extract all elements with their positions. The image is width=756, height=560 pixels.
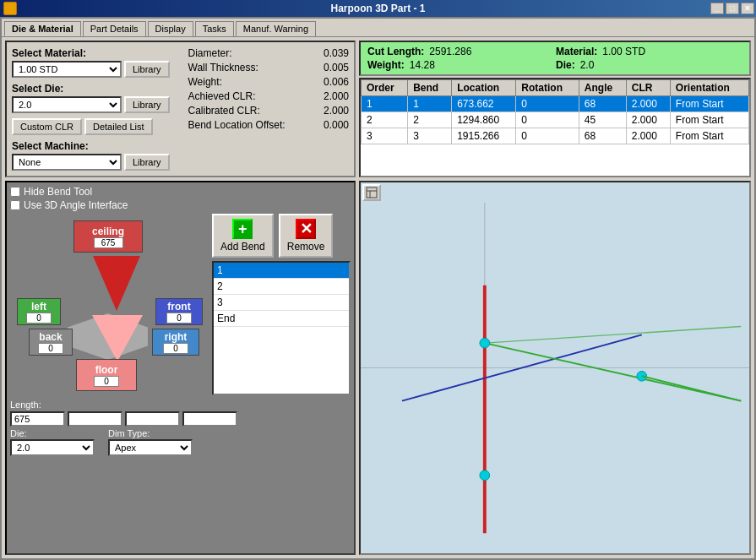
use-3d-angle-checkbox[interactable]	[10, 200, 20, 210]
bend-list-item[interactable]: 2	[214, 279, 349, 295]
add-bend-button[interactable]: + Add Bend	[212, 214, 274, 258]
right-direction: right	[152, 329, 199, 356]
die-info-value: 2.0	[580, 59, 595, 71]
left-input[interactable]	[26, 313, 52, 323]
bend-diagram: ceiling left	[10, 214, 209, 395]
close-button[interactable]: ✕	[741, 3, 754, 14]
die-label: Select Die:	[12, 83, 180, 95]
calibrated-clr-value: 2.000	[298, 105, 349, 117]
length-input-1[interactable]	[10, 411, 65, 427]
use-3d-angle-row: Use 3D Angle Interface	[10, 199, 351, 211]
right-panel: Cut Length: 2591.286 Material: 1.00 STD …	[359, 41, 751, 177]
custom-clr-button[interactable]: Custom CLR	[12, 118, 82, 135]
floor-direction: floor	[76, 359, 137, 391]
hide-bend-tool-row: Hide Bend Tool	[10, 186, 351, 198]
titlebar: Harpoon 3D Part - 1 _ □ ✕	[0, 0, 756, 17]
wall-thickness-label: Wall Thickness:	[188, 62, 258, 73]
floor-label: floor	[95, 364, 118, 376]
material-label: Select Material:	[12, 47, 180, 59]
weight-label: Weight:	[188, 76, 222, 88]
bend-list-item[interactable]: 1	[214, 263, 349, 279]
tab-die-material[interactable]: Die & Material	[4, 21, 81, 36]
bend-location-offset-label: Bend Location Offset:	[188, 119, 286, 131]
front-input[interactable]	[166, 313, 192, 323]
material-info-label: Material:	[556, 46, 597, 57]
tab-manuf-warning[interactable]: Manuf. Warning	[236, 21, 316, 36]
length-input-3[interactable]	[125, 411, 180, 427]
achieved-clr-label: Achieved CLR:	[188, 90, 256, 102]
bend-list[interactable]: 123End	[212, 261, 351, 395]
diameter-label: Diameter:	[188, 47, 232, 59]
die-field-label: Die:	[10, 428, 95, 438]
hide-bend-tool-label: Hide Bend Tool	[24, 186, 92, 198]
front-direction: front	[155, 298, 203, 325]
ceiling-label: ceiling	[92, 226, 124, 237]
table-row[interactable]: 221294.8600452.000From Start	[362, 112, 749, 128]
bend-location-offset-value: 0.000	[298, 119, 349, 131]
detailed-list-button[interactable]: Detailed List	[84, 118, 153, 135]
viewport-svg	[361, 182, 749, 553]
achieved-clr-value: 2.000	[298, 90, 349, 102]
control-panel: Hide Bend Tool Use 3D Angle Interface ce…	[5, 181, 356, 555]
die-field-select[interactable]: 2.0	[10, 439, 95, 456]
die-info-label: Die:	[556, 59, 575, 71]
pink-cone-icon	[92, 315, 143, 362]
title-text: Harpoon 3D Part - 1	[330, 3, 425, 14]
dim-type-select[interactable]: Apex	[108, 439, 193, 456]
col-rotation: Rotation	[516, 80, 579, 96]
machine-library-button[interactable]: Library	[124, 154, 170, 171]
material-select[interactable]: 1.00 STD	[12, 61, 122, 78]
col-angle: Angle	[579, 80, 626, 96]
die-dimtype-row: Die: 2.0 Dim Type: Apex	[10, 428, 351, 456]
add-icon: +	[232, 219, 253, 239]
col-location: Location	[452, 80, 516, 96]
die-select[interactable]: 2.0	[12, 96, 122, 113]
material-library-button[interactable]: Library	[124, 61, 170, 78]
bottom-section: Hide Bend Tool Use 3D Angle Interface ce…	[2, 177, 754, 558]
viewport	[359, 181, 751, 555]
col-bend: Bend	[408, 80, 452, 96]
svg-point-12	[480, 470, 490, 481]
left-label: left	[31, 301, 46, 313]
table-row[interactable]: 11673.6620682.000From Start	[362, 96, 749, 112]
use-3d-angle-label: Use 3D Angle Interface	[24, 199, 128, 211]
tab-display[interactable]: Display	[148, 21, 193, 36]
col-order: Order	[362, 80, 408, 96]
calibrated-clr-label: Calibrated CLR:	[188, 105, 260, 117]
diameter-value: 0.039	[298, 47, 349, 59]
window-controls[interactable]: _ □ ✕	[710, 3, 754, 14]
minimize-button[interactable]: _	[710, 3, 724, 14]
length-input-2[interactable]	[68, 411, 122, 427]
length-input-4[interactable]	[182, 411, 237, 427]
die-buttons-row: Custom CLR Detailed List	[12, 118, 180, 135]
svg-point-10	[480, 338, 490, 348]
length-fields-row	[10, 411, 351, 427]
left-direction: left	[17, 298, 61, 325]
right-input[interactable]	[163, 343, 188, 354]
tab-tasks[interactable]: Tasks	[195, 21, 234, 36]
tab-bar: Die & Material Part Details Display Task…	[2, 19, 754, 37]
die-row: 2.0 Library	[12, 96, 180, 113]
main-container: Die & Material Part Details Display Task…	[0, 17, 756, 560]
ceiling-direction: ceiling	[73, 220, 143, 253]
die-library-button[interactable]: Library	[124, 96, 170, 113]
length-label: Length:	[10, 400, 351, 410]
machine-select[interactable]: None	[12, 154, 122, 171]
viewport-view-button[interactable]	[362, 184, 381, 201]
view-icon	[366, 187, 378, 198]
cut-length-value: 2591.286	[429, 46, 471, 57]
floor-input[interactable]	[94, 376, 119, 387]
maximize-button[interactable]: □	[726, 3, 739, 14]
front-label: front	[167, 301, 190, 313]
material-info-value: 1.00 STD	[602, 46, 645, 57]
bend-list-item[interactable]: End	[214, 311, 349, 327]
hide-bend-tool-checkbox[interactable]	[10, 187, 20, 197]
tab-part-details[interactable]: Part Details	[83, 21, 146, 36]
dim-type-label: Dim Type:	[108, 428, 193, 438]
weight-info-value: 14.28	[410, 59, 435, 71]
bend-list-item[interactable]: 3	[214, 295, 349, 311]
back-input[interactable]	[38, 343, 63, 354]
remove-button[interactable]: ✕ Remove	[279, 214, 334, 258]
table-row[interactable]: 331915.2660682.000From Start	[362, 128, 749, 144]
ceiling-input[interactable]	[94, 237, 123, 248]
